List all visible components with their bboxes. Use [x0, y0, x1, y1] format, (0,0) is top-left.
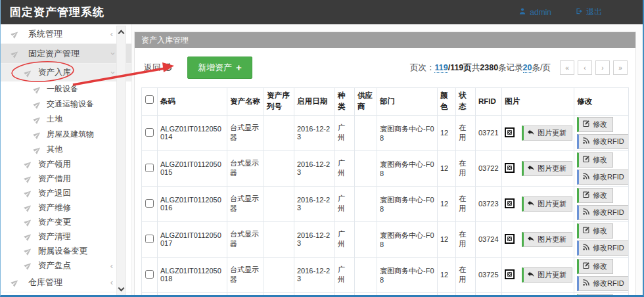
sidebar-item-13[interactable]: 资产变更 [1, 215, 131, 229]
edit-rfid-button[interactable]: 修改RFID [577, 205, 629, 220]
edit-rfid-button[interactable]: 修改RFID [577, 134, 629, 149]
first-page-button[interactable]: « [560, 60, 574, 75]
cell-color: 12 [438, 257, 456, 292]
edit-label: 修改 [593, 191, 607, 200]
cell-picture: 图片更新 [502, 257, 574, 292]
sidebar-item-3[interactable]: 资产入库 ‹ [1, 64, 131, 81]
next-page-button[interactable]: › [595, 60, 610, 75]
edit-rfid-button[interactable]: 修改RFID [577, 170, 629, 185]
topbar: 固定资产管理系统 admin 退出 [1, 0, 643, 24]
col-start-date: 启用日期 [294, 88, 335, 116]
edit-button[interactable]: 修改 [577, 223, 613, 239]
back-button[interactable]: 返回 [140, 59, 177, 76]
broken-image-icon [505, 127, 515, 139]
sidebar-item-10[interactable]: 资产借用 [1, 171, 131, 186]
cell-serial [264, 221, 294, 257]
sidebar-item-16[interactable]: 资产盘点 ‹ [1, 258, 131, 273]
scroll-up-icon[interactable] [118, 30, 125, 37]
assets-table: 条码 资产名称 资产序列号 启用日期 种类 供应商 部门 颜色 状态 RFID … [141, 87, 629, 297]
cell-barcode: ALGZ01IT0112050014 [158, 115, 227, 150]
col-select [142, 88, 158, 116]
cell-select [142, 150, 158, 186]
sidebar-item-label: 资产借用 [38, 173, 71, 185]
cell-start-date: 2016-12-23 [294, 221, 335, 257]
cell-supplier [355, 221, 377, 257]
sidebar-item-7[interactable]: 房屋及建筑物 [1, 127, 131, 142]
cell-asset-name: 台式显示器 [227, 257, 264, 292]
prev-page-button[interactable]: ‹ [578, 60, 592, 75]
sidebar-item-14[interactable]: 资产清理 [1, 229, 131, 244]
cell-rfid: 03725 [476, 257, 502, 292]
last-page-button[interactable]: » [613, 60, 628, 75]
edit-rfid-button[interactable]: 修改RFID [577, 276, 629, 291]
edit-rfid-button[interactable]: 修改RFID [577, 240, 629, 256]
current-page-link[interactable]: 119 [434, 63, 448, 73]
col-rfid: RFID [476, 88, 502, 116]
cell-start-date: 2016-12-23 [294, 115, 335, 150]
col-asset-name: 资产名称 [227, 88, 264, 116]
sidebar-item-8[interactable]: 其他 [1, 142, 131, 157]
row-checkbox[interactable] [145, 235, 154, 243]
sidebar-item-label: 资产退回 [38, 188, 71, 199]
cell-select [142, 292, 158, 297]
update-arrow-icon [527, 270, 535, 279]
nav-plane-icon [24, 233, 32, 240]
sidebar-item-15[interactable]: 附属设备变更 [1, 244, 131, 258]
row-checkbox[interactable] [145, 199, 154, 208]
chevron-left-icon: ‹ [110, 30, 113, 38]
sidebar-scrollbar[interactable] [116, 26, 126, 296]
image-update-button[interactable]: 图片更新 [522, 161, 572, 176]
edit-label: 修改 [593, 120, 607, 129]
edit-button[interactable]: 修改 [577, 152, 613, 168]
cell-category: 广州 [335, 150, 355, 186]
page-size-post: 条/页 [532, 62, 551, 74]
sidebar-item-17[interactable]: 仓库管理 ‹ [1, 273, 131, 292]
sidebar-item-label: 土地 [47, 114, 62, 125]
sidebar-item-4[interactable]: 一般设备 [1, 81, 131, 97]
pencil-square-icon [582, 120, 590, 129]
scroll-down-icon[interactable] [118, 285, 125, 292]
cell-serial [264, 150, 294, 186]
page-size-link[interactable]: 20 [523, 63, 532, 73]
row-checkbox[interactable] [145, 128, 154, 137]
pencil-square-icon [582, 191, 590, 200]
cell-picture: 图片更新 [502, 292, 574, 297]
row-checkbox[interactable] [145, 270, 154, 279]
toolbar: 返回 新增资产 + 页次： 119 /119页 共 2380 条记录 [135, 48, 635, 87]
logout-link[interactable]: 退出 [575, 7, 602, 18]
edit-button[interactable]: 修改 [577, 259, 613, 274]
edit-button[interactable]: 修改 [577, 117, 613, 132]
add-asset-button[interactable]: 新增资产 + [187, 57, 252, 79]
image-update-button[interactable]: 图片更新 [522, 126, 572, 141]
cell-status: 在用 [456, 292, 476, 297]
cell-select [142, 221, 158, 257]
sidebar-item-label: 资产变更 [38, 217, 71, 228]
sidebar-item-12[interactable]: 资产维修 [1, 200, 131, 215]
chevron-left-icon: ‹ [110, 262, 113, 270]
sidebar-item-5[interactable]: 交通运输设备 [1, 97, 131, 112]
edit-button[interactable]: 修改 [577, 294, 613, 297]
nav-plane-icon [24, 262, 32, 269]
cell-start-date: 2016-12-23 [294, 150, 335, 186]
image-update-button[interactable]: 图片更新 [522, 232, 572, 247]
sidebar-item-9[interactable]: 资产领用 [1, 157, 131, 171]
image-update-button[interactable]: 图片更新 [522, 267, 572, 283]
user-link[interactable]: admin [518, 7, 551, 18]
cell-status: 在用 [456, 115, 476, 150]
update-arrow-icon [527, 164, 535, 173]
sidebar-item-2[interactable]: 固定资产管理 ‹ [1, 44, 131, 64]
rss-icon [582, 137, 590, 146]
image-update-button[interactable]: 图片更新 [522, 196, 572, 212]
select-all-checkbox[interactable] [145, 95, 154, 104]
col-status: 状态 [456, 88, 476, 116]
total-pages: /119页 [448, 62, 472, 74]
cell-department: 寰图商务中心-F08 [377, 221, 438, 257]
row-checkbox[interactable] [145, 164, 154, 172]
chevron-down-icon: ‹ [107, 52, 116, 55]
sidebar-item-6[interactable]: 土地 [1, 112, 131, 127]
sidebar-item-11[interactable]: 资产退回 [1, 186, 131, 200]
sidebar-item-1[interactable]: 系统管理 ‹ [1, 24, 131, 44]
edit-button[interactable]: 修改 [577, 188, 613, 203]
cell-asset-name: 台式显示器 [227, 292, 264, 297]
cell-barcode: ALGZ01IT0112050017 [158, 221, 227, 257]
